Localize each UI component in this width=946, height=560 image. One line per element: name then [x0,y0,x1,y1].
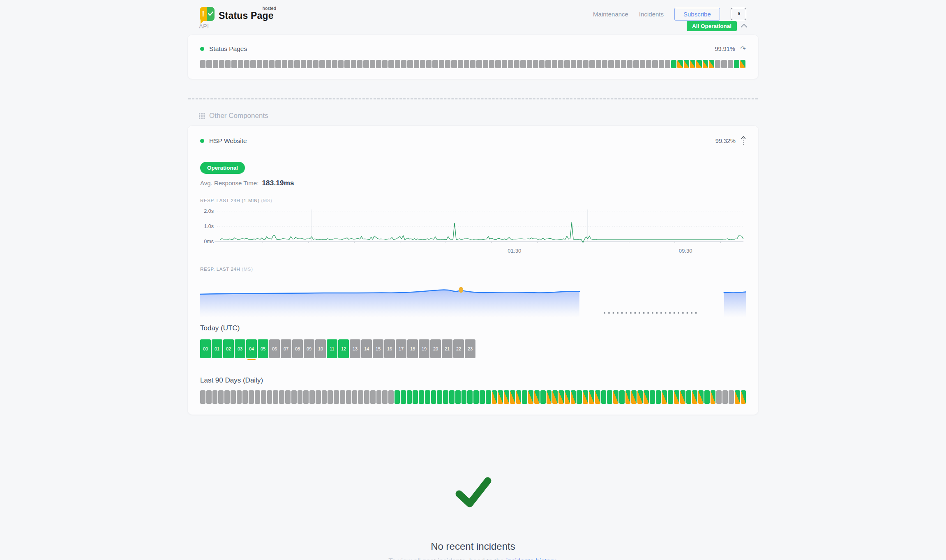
hour-block[interactable]: 00 [200,339,211,358]
uptime-block[interactable] [539,60,545,68]
uptime-block[interactable] [200,60,205,68]
day-block[interactable] [279,390,284,404]
day-block[interactable] [504,390,509,404]
day-block[interactable] [437,390,442,404]
uptime-block[interactable] [483,60,488,68]
hour-block[interactable]: 10 [315,339,326,358]
day-block[interactable] [431,390,436,404]
day-block[interactable] [577,390,582,404]
uptime-block[interactable] [470,60,475,68]
uptime-block[interactable] [577,60,582,68]
day-block[interactable] [298,390,303,404]
uptime-block[interactable] [414,60,419,68]
uptime-block[interactable] [244,60,249,68]
uptime-block[interactable] [558,60,563,68]
day-block[interactable] [486,390,491,404]
uptime-block[interactable] [426,60,431,68]
day-block[interactable] [212,390,218,404]
uptime-block[interactable] [445,60,450,68]
day-block[interactable] [522,390,527,404]
uptime-block[interactable] [608,60,614,68]
uptime-block[interactable] [206,60,212,68]
hour-block[interactable]: 09 [304,339,314,358]
hour-block[interactable]: 01 [212,339,222,358]
uptime-block[interactable] [231,60,237,68]
day-block[interactable] [334,390,339,404]
chevron-up-icon[interactable] [741,23,748,30]
uptime-block[interactable] [294,60,300,68]
uptime-block[interactable] [476,60,482,68]
day-block[interactable] [249,390,254,404]
hour-block[interactable]: 22 [453,339,464,358]
hour-block[interactable]: 03 [235,339,245,358]
day-block[interactable] [340,390,345,404]
day-block[interactable] [352,390,358,404]
hour-block[interactable]: 07 [281,339,291,358]
uptime-block[interactable] [250,60,256,68]
uptime-block[interactable] [319,60,325,68]
day-block[interactable] [631,390,637,404]
uptime-block[interactable] [401,60,406,68]
day-block[interactable] [443,390,448,404]
uptime-block[interactable] [740,60,745,68]
uptime-block[interactable] [602,60,607,68]
day-block[interactable] [650,390,655,404]
day-block[interactable] [388,390,394,404]
day-block[interactable] [558,390,564,404]
uptime-block[interactable] [376,60,381,68]
hour-block[interactable]: 04 [246,339,257,358]
uptime-block[interactable] [571,60,576,68]
day-block[interactable] [668,390,673,404]
theme-toggle-button[interactable]: ◑ [731,8,746,20]
day-block[interactable] [231,390,236,404]
uptime-block[interactable] [703,60,708,68]
day-block[interactable] [382,390,388,404]
day-block[interactable] [419,390,424,404]
day-block[interactable] [637,390,643,404]
day-block[interactable] [619,390,625,404]
day-block[interactable] [565,390,570,404]
uptime-block[interactable] [621,60,626,68]
hour-block[interactable]: 19 [419,339,429,358]
day-block[interactable] [255,390,260,404]
day-block[interactable] [395,390,400,404]
uptime-block[interactable] [583,60,588,68]
uptime-block[interactable] [357,60,362,68]
hour-block[interactable]: 11 [327,339,337,358]
uptime-block[interactable] [684,60,689,68]
uptime-block[interactable] [520,60,526,68]
day-block[interactable] [607,390,612,404]
uptime-block[interactable] [564,60,570,68]
uptime-block[interactable] [633,60,639,68]
uptime-block[interactable] [458,60,463,68]
day-block[interactable] [571,390,576,404]
day-block[interactable] [376,390,382,404]
day-block[interactable] [242,390,248,404]
uptime-block[interactable] [709,60,714,68]
day-block[interactable] [552,390,558,404]
day-block[interactable] [455,390,461,404]
day-block[interactable] [364,390,369,404]
nav-maintenance[interactable]: Maintenance [593,11,628,18]
uptime-block[interactable] [508,60,513,68]
uptime-block[interactable] [728,60,733,68]
day-block[interactable] [680,390,685,404]
uptime-block[interactable] [533,60,538,68]
hour-block[interactable]: 21 [442,339,452,358]
hour-block[interactable]: 14 [361,339,372,358]
day-block[interactable] [698,390,704,404]
subscribe-button[interactable]: Subscribe [674,8,720,21]
day-block[interactable] [741,390,746,404]
uptime-block[interactable] [451,60,457,68]
day-block[interactable] [692,390,697,404]
uptime-block[interactable] [301,60,306,68]
uptime-block[interactable] [677,60,683,68]
uptime-block[interactable] [489,60,494,68]
day-block[interactable] [425,390,430,404]
uptime-block[interactable] [627,60,632,68]
uptime-block[interactable] [313,60,318,68]
day-block[interactable] [261,390,266,404]
day-block[interactable] [595,390,600,404]
hour-block[interactable]: 06 [269,339,280,358]
uptime-block[interactable] [615,60,620,68]
